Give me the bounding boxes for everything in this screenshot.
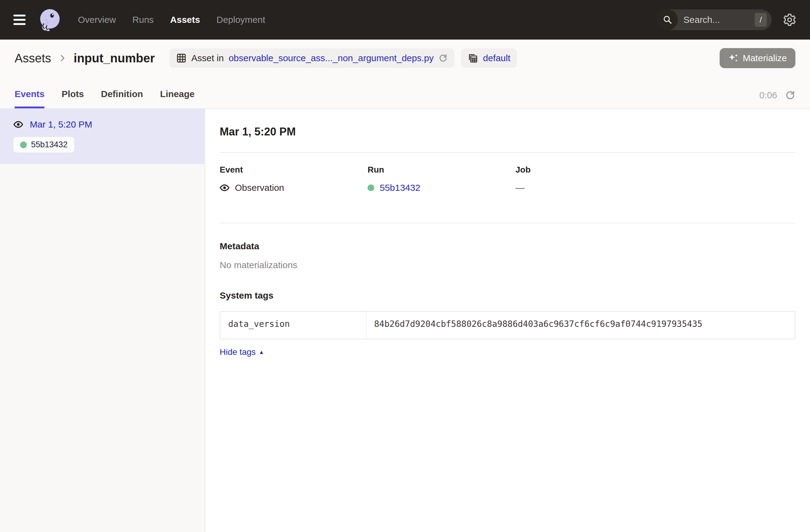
auto-refresh: 0:06 bbox=[760, 90, 795, 108]
nav-assets[interactable]: Assets bbox=[170, 15, 200, 25]
nav-overview[interactable]: Overview bbox=[78, 15, 116, 25]
reload-location-icon[interactable] bbox=[438, 53, 448, 63]
run-column-label: Run bbox=[368, 165, 516, 175]
materialize-label: Materialize bbox=[743, 53, 787, 63]
job-value: — bbox=[516, 182, 663, 193]
materialize-button[interactable]: Materialize bbox=[719, 48, 795, 68]
event-type-value: Observation bbox=[235, 182, 284, 193]
event-column-label: Event bbox=[220, 165, 368, 175]
asset-header: Assets input_number Asset in observable_… bbox=[0, 39, 810, 109]
tab-definition[interactable]: Definition bbox=[101, 89, 143, 108]
asset-name: input_number bbox=[74, 51, 155, 65]
repo-copies-icon bbox=[468, 53, 478, 63]
metadata-heading: Metadata bbox=[220, 241, 795, 252]
hide-tags-link[interactable]: Hide tags ▲ bbox=[220, 347, 264, 357]
menu-icon[interactable] bbox=[13, 15, 26, 25]
system-tags-heading: System tags bbox=[220, 290, 795, 301]
asset-location-pill: Asset in observable_source_ass..._non_ar… bbox=[169, 48, 455, 68]
top-nav: Overview Runs Assets Deployment / bbox=[0, 0, 810, 39]
hide-tags-label: Hide tags bbox=[220, 347, 256, 357]
settings-gear-icon[interactable] bbox=[783, 13, 797, 27]
run-status-dot bbox=[368, 184, 374, 191]
job-column-label: Job bbox=[516, 165, 663, 175]
sparkle-icon bbox=[728, 53, 739, 63]
divider bbox=[220, 152, 795, 153]
event-list-item[interactable]: Mar 1, 5:20 PM 55b13432 bbox=[0, 109, 205, 164]
system-tags-table: data_version 84b26d7d9204cbf588026c8a988… bbox=[220, 311, 795, 339]
asset-location-prefix: Asset in bbox=[191, 53, 224, 63]
breadcrumb-assets-link[interactable]: Assets bbox=[15, 51, 51, 65]
breadcrumb: Assets input_number Asset in observable_… bbox=[0, 39, 810, 77]
event-detail-title: Mar 1, 5:20 PM bbox=[220, 125, 795, 138]
run-tag[interactable]: 55b13432 bbox=[13, 137, 74, 152]
run-id-link[interactable]: 55b13432 bbox=[380, 182, 420, 193]
search-input[interactable] bbox=[678, 15, 755, 25]
repository-pill: default bbox=[461, 48, 517, 68]
tab-lineage[interactable]: Lineage bbox=[160, 89, 194, 108]
asset-table-icon bbox=[176, 53, 187, 63]
tag-key-cell: data_version bbox=[220, 311, 366, 339]
observation-eye-icon bbox=[220, 183, 229, 193]
table-row: data_version 84b26d7d9204cbf588026c8a988… bbox=[220, 311, 795, 339]
tab-events[interactable]: Events bbox=[15, 89, 45, 108]
divider bbox=[220, 223, 795, 223]
search-icon bbox=[657, 10, 678, 30]
event-column: Event Observation bbox=[220, 165, 368, 193]
search-shortcut-key: / bbox=[755, 13, 767, 27]
job-column: Job — bbox=[516, 165, 663, 193]
metadata-empty-text: No materializations bbox=[220, 260, 795, 270]
refresh-countdown: 0:06 bbox=[760, 90, 777, 100]
nav-runs[interactable]: Runs bbox=[132, 15, 154, 25]
search-box[interactable]: / bbox=[657, 10, 772, 30]
run-id-label: 55b13432 bbox=[31, 140, 67, 149]
caret-up-icon: ▲ bbox=[259, 349, 264, 355]
run-status-dot bbox=[20, 142, 27, 148]
event-list-sidebar: Mar 1, 5:20 PM 55b13432 bbox=[0, 109, 205, 532]
tag-value-cell: 84b26d7d9204cbf588026c8a9886d403a6c9637c… bbox=[366, 311, 795, 339]
asset-tabs: Events Plots Definition Lineage 0:06 bbox=[0, 77, 810, 109]
chevron-right-icon bbox=[58, 53, 67, 63]
dagster-logo[interactable] bbox=[38, 9, 61, 31]
primary-nav: Overview Runs Assets Deployment bbox=[78, 15, 265, 25]
event-date-link[interactable]: Mar 1, 5:20 PM bbox=[30, 119, 92, 130]
tab-plots[interactable]: Plots bbox=[62, 89, 84, 108]
event-detail-panel: Mar 1, 5:20 PM Event Observation Run bbox=[205, 109, 810, 532]
refresh-icon[interactable] bbox=[785, 90, 795, 100]
observation-eye-icon bbox=[13, 119, 23, 129]
repository-link[interactable]: default bbox=[483, 53, 510, 63]
code-location-link[interactable]: observable_source_ass..._non_argument_de… bbox=[228, 53, 434, 63]
nav-deployment[interactable]: Deployment bbox=[216, 15, 265, 25]
run-column: Run 55b13432 bbox=[368, 165, 516, 193]
